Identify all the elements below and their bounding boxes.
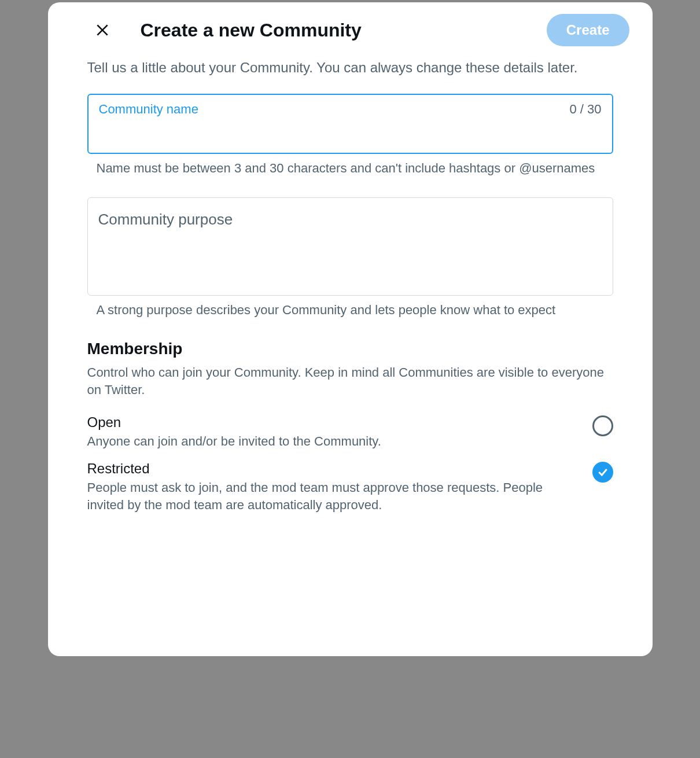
radio-unchecked-icon[interactable] <box>592 415 613 436</box>
option-title: Restricted <box>87 461 581 477</box>
option-title: Open <box>87 414 581 430</box>
input-header: Community name 0 / 30 <box>99 102 602 117</box>
membership-title: Membership <box>87 340 613 358</box>
close-icon <box>95 23 110 38</box>
community-purpose-input[interactable] <box>98 232 602 275</box>
membership-option-restricted[interactable]: Restricted People must ask to join, and … <box>87 461 613 513</box>
option-text: Restricted People must ask to join, and … <box>87 461 581 513</box>
intro-text: Tell us a little about your Community. Y… <box>87 58 613 78</box>
community-name-helper: Name must be between 3 and 30 characters… <box>87 160 613 177</box>
community-purpose-label: Community purpose <box>98 211 602 229</box>
radio-checked-icon[interactable] <box>592 462 613 483</box>
community-purpose-helper: A strong purpose describes your Communit… <box>87 301 613 319</box>
modal-body: Tell us a little about your Community. Y… <box>48 58 653 513</box>
checkmark-icon <box>597 466 609 478</box>
membership-desc: Control who can join your Community. Kee… <box>87 364 613 398</box>
option-desc: People must ask to join, and the mod tea… <box>87 479 581 513</box>
modal-header: Create a new Community Create <box>48 14 653 58</box>
create-button[interactable]: Create <box>547 14 629 46</box>
close-button[interactable] <box>89 16 116 44</box>
community-purpose-field-wrapper[interactable]: Community purpose <box>87 197 613 296</box>
option-text: Open Anyone can join and/or be invited t… <box>87 414 581 450</box>
community-name-field-wrapper[interactable]: Community name 0 / 30 <box>87 94 613 154</box>
create-community-modal: Create a new Community Create Tell us a … <box>48 2 653 656</box>
modal-title: Create a new Community <box>141 20 547 41</box>
community-name-label: Community name <box>99 102 198 117</box>
community-name-input[interactable] <box>99 122 602 137</box>
membership-option-open[interactable]: Open Anyone can join and/or be invited t… <box>87 414 613 450</box>
option-desc: Anyone can join and/or be invited to the… <box>87 433 581 450</box>
char-count: 0 / 30 <box>569 102 601 117</box>
